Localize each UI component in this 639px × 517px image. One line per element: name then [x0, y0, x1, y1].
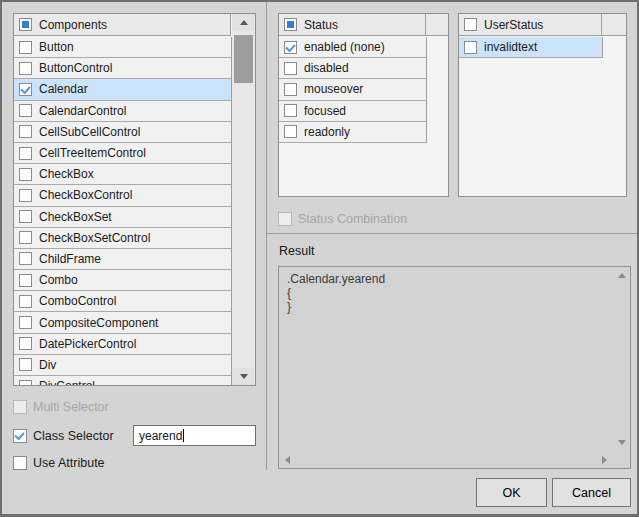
item-checkbox[interactable] [19, 62, 32, 75]
triangle-down-icon[interactable] [618, 440, 626, 445]
item-label: focused [304, 104, 346, 118]
components-scrollbar[interactable] [232, 14, 255, 385]
status-header-checkbox[interactable] [284, 18, 297, 31]
class-selector-checkbox[interactable] [13, 429, 27, 443]
item-checkbox[interactable] [284, 125, 297, 138]
item-label: CompositeComponent [39, 316, 158, 330]
list-item-focused[interactable]: focused [279, 101, 427, 122]
result-box[interactable]: .Calendar.yearend { } [278, 266, 631, 469]
class-selector-option[interactable]: Class Selector [13, 429, 114, 443]
list-item-disabled[interactable]: disabled [279, 58, 427, 79]
item-label: CheckBoxSet [39, 210, 112, 224]
item-checkbox[interactable] [19, 125, 32, 138]
item-checkbox[interactable] [284, 83, 297, 96]
list-item-invalidtext[interactable]: invalidtext [459, 37, 603, 58]
item-checkbox[interactable] [19, 189, 32, 202]
list-item-cellsubcellcontrol[interactable]: CellSubCellControl [14, 122, 232, 143]
result-label: Result [279, 244, 314, 258]
list-item-mouseover[interactable]: mouseover [279, 79, 427, 100]
status-panel: Status enabled (none)disabledmouseoverfo… [278, 13, 449, 197]
triangle-up-icon [240, 20, 248, 25]
item-label: CellTreeItemControl [39, 146, 146, 160]
item-checkbox[interactable] [19, 104, 32, 117]
item-label: CheckBox [39, 167, 94, 181]
userstatus-header-row[interactable]: UserStatus [459, 14, 626, 36]
list-item-enabled-none[interactable]: enabled (none) [279, 37, 427, 58]
class-selector-input[interactable]: yearend [133, 425, 256, 446]
components-header-checkbox[interactable] [19, 18, 32, 31]
item-checkbox[interactable] [19, 316, 32, 329]
item-label: CalendarControl [39, 104, 126, 118]
item-checkbox[interactable] [19, 41, 32, 54]
item-checkbox[interactable] [464, 41, 477, 54]
multi-selector-option: Multi Selector [13, 400, 109, 414]
list-item-compositecomponent[interactable]: CompositeComponent [14, 312, 232, 333]
item-checkbox[interactable] [19, 252, 32, 265]
item-checkbox[interactable] [19, 210, 32, 223]
item-label: Combo [39, 273, 78, 287]
scroll-down-button[interactable] [232, 368, 255, 385]
status-header[interactable]: Status [279, 14, 426, 36]
list-item-calendarcontrol[interactable]: CalendarControl [14, 101, 232, 122]
list-item-buttoncontrol[interactable]: ButtonControl [14, 58, 232, 79]
list-item-checkboxcontrol[interactable]: CheckBoxControl [14, 185, 232, 206]
item-label: invalidtext [484, 40, 537, 54]
use-attribute-label: Use Attribute [33, 456, 105, 470]
scrollbar-thumb[interactable] [234, 35, 253, 83]
list-item-readonly[interactable]: readonly [279, 122, 427, 143]
list-item-button[interactable]: Button [14, 37, 232, 58]
scrollbar-track[interactable] [232, 31, 255, 368]
list-item-div[interactable]: Div [14, 355, 232, 376]
item-checkbox[interactable] [19, 83, 32, 96]
item-checkbox[interactable] [19, 274, 32, 287]
result-text[interactable]: .Calendar.yearend { } [279, 267, 613, 451]
item-label: ChildFrame [39, 252, 101, 266]
triangle-down-icon [240, 374, 248, 379]
class-selector-label: Class Selector [33, 429, 114, 443]
result-vertical-scrollbar[interactable] [613, 267, 630, 451]
status-combination-option: Status Combination [278, 212, 407, 226]
item-label: Div [39, 358, 56, 372]
components-panel: Components ButtonButtonControlCalendarCa… [13, 13, 256, 386]
list-item-celltreeitemcontrol[interactable]: CellTreeItemControl [14, 143, 232, 164]
result-horizontal-scrollbar[interactable] [279, 451, 613, 468]
list-item-calendar[interactable]: Calendar [14, 79, 232, 100]
status-header-row[interactable]: Status [279, 14, 448, 36]
item-checkbox[interactable] [19, 168, 32, 181]
userstatus-header[interactable]: UserStatus [459, 14, 602, 36]
triangle-left-icon[interactable] [285, 456, 290, 464]
triangle-up-icon[interactable] [618, 273, 626, 278]
list-item-checkboxsetcontrol[interactable]: CheckBoxSetControl [14, 228, 232, 249]
item-checkbox[interactable] [19, 380, 32, 385]
list-item-combocontrol[interactable]: ComboControl [14, 291, 232, 312]
use-attribute-checkbox[interactable] [13, 456, 27, 470]
list-item-checkboxset[interactable]: CheckBoxSet [14, 207, 232, 228]
triangle-right-icon[interactable] [602, 456, 607, 464]
userstatus-rows: invalidtext [459, 37, 603, 196]
status-combination-checkbox [278, 212, 292, 226]
status-combination-label: Status Combination [298, 212, 407, 226]
components-rows: ButtonButtonControlCalendarCalendarContr… [14, 37, 232, 385]
item-checkbox[interactable] [284, 62, 297, 75]
item-label: enabled (none) [304, 40, 385, 54]
item-checkbox[interactable] [19, 295, 32, 308]
list-item-combo[interactable]: Combo [14, 270, 232, 291]
item-checkbox[interactable] [19, 147, 32, 160]
item-checkbox[interactable] [19, 337, 32, 350]
components-header[interactable]: Components [14, 14, 231, 36]
item-checkbox[interactable] [284, 41, 297, 54]
item-checkbox[interactable] [284, 104, 297, 117]
cancel-button[interactable]: Cancel [552, 478, 631, 507]
list-item-checkbox[interactable]: CheckBox [14, 164, 232, 185]
list-item-datepickercontrol[interactable]: DatePickerControl [14, 334, 232, 355]
ok-button[interactable]: OK [476, 478, 547, 507]
use-attribute-option[interactable]: Use Attribute [13, 456, 105, 470]
scroll-up-button[interactable] [232, 14, 255, 31]
item-checkbox[interactable] [19, 358, 32, 371]
list-item-childframe[interactable]: ChildFrame [14, 249, 232, 270]
components-header-row[interactable]: Components [14, 14, 255, 36]
multi-selector-label: Multi Selector [33, 400, 109, 414]
list-item-divcontrol[interactable]: DivControl [14, 376, 232, 385]
item-checkbox[interactable] [19, 231, 32, 244]
userstatus-header-checkbox[interactable] [464, 18, 477, 31]
